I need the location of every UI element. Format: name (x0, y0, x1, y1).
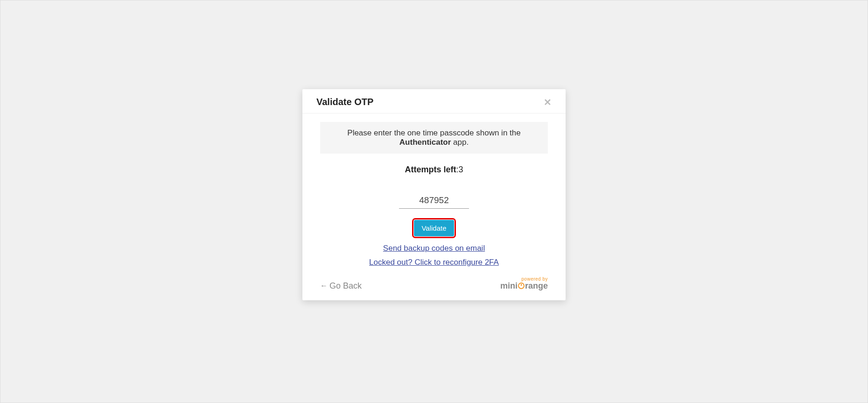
close-icon[interactable]: ✕ (544, 98, 552, 107)
attempts-label: Attempts left (405, 165, 456, 174)
validate-wrapper: Validate (320, 220, 548, 236)
brand-suffix: range (525, 281, 548, 290)
brand-o-icon (518, 283, 525, 289)
attempts-value: :3 (456, 165, 463, 174)
instruction-text: Please enter the one time passcode shown… (320, 122, 548, 154)
backup-codes-line: Send backup codes on email (320, 244, 548, 253)
instruction-prefix: Please enter the one time passcode shown… (347, 128, 520, 137)
brand-name: minirange (500, 282, 548, 291)
modal-body: Please enter the one time passcode shown… (302, 113, 566, 300)
powered-by-logo: powered by minirange (500, 276, 548, 291)
reconfigure-2fa-link[interactable]: Locked out? Click to reconfigure 2FA (369, 258, 499, 267)
arrow-left-icon: ← (320, 282, 328, 290)
go-back-button[interactable]: ← Go Back (320, 281, 362, 291)
brand-prefix: mini (500, 281, 518, 290)
go-back-label: Go Back (329, 281, 362, 291)
modal-header: Validate OTP ✕ (302, 89, 566, 113)
otp-modal: Validate OTP ✕ Please enter the one time… (302, 89, 566, 300)
locked-out-line: Locked out? Click to reconfigure 2FA (320, 258, 548, 267)
modal-title: Validate OTP (316, 97, 373, 107)
instruction-suffix: app. (451, 138, 469, 147)
instruction-app-name: Authenticator (399, 138, 451, 147)
validate-button[interactable]: Validate (414, 220, 454, 236)
modal-footer: ← Go Back powered by minirange (320, 276, 548, 291)
otp-input[interactable] (399, 193, 469, 209)
send-backup-codes-link[interactable]: Send backup codes on email (383, 244, 485, 253)
attempts-left: Attempts left:3 (320, 165, 548, 175)
otp-input-wrapper (320, 193, 548, 209)
